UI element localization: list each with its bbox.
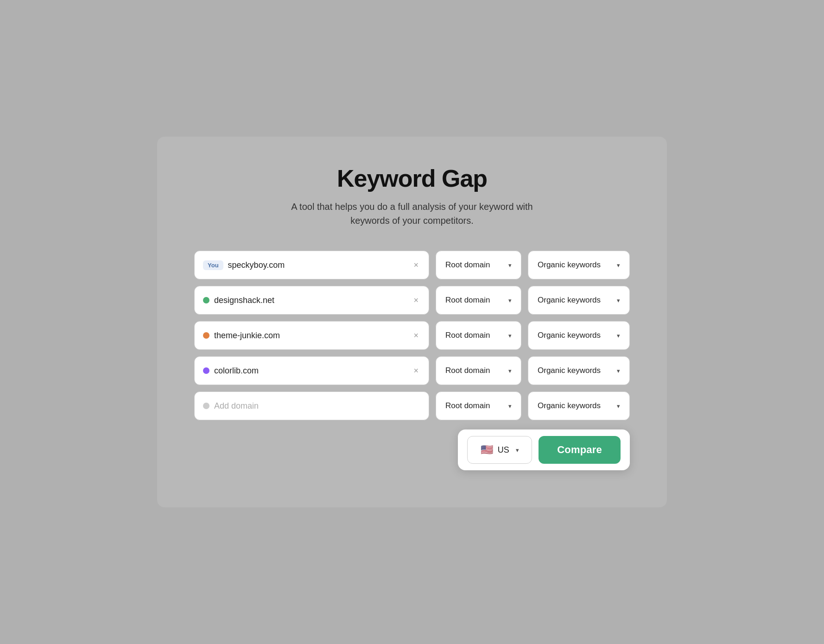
you-badge: You bbox=[203, 260, 223, 270]
country-selector[interactable]: 🇺🇸 US ▾ bbox=[467, 436, 532, 464]
page-title: Keyword Gap bbox=[194, 164, 630, 192]
domain-row-0: Youspeckyboy.com×Root domain▾Organic key… bbox=[194, 251, 630, 279]
root-domain-chevron-icon-4: ▾ bbox=[508, 403, 512, 410]
domain-rows-container: Youspeckyboy.com×Root domain▾Organic key… bbox=[194, 251, 630, 420]
root-domain-dropdown-4[interactable]: Root domain▾ bbox=[436, 391, 521, 420]
domain-input-wrapper-3: colorlib.com× bbox=[194, 356, 429, 385]
organic-keywords-label-0: Organic keywords bbox=[538, 260, 601, 270]
organic-keywords-dropdown-1[interactable]: Organic keywords▾ bbox=[528, 286, 630, 315]
page-header: Keyword Gap A tool that helps you do a f… bbox=[194, 164, 630, 227]
clear-button-1[interactable]: × bbox=[412, 296, 420, 304]
domain-input-wrapper-2: theme-junkie.com× bbox=[194, 321, 429, 350]
root-domain-chevron-icon-0: ▾ bbox=[508, 262, 512, 269]
organic-keywords-chevron-icon-3: ▾ bbox=[617, 367, 620, 374]
domain-input-wrapper-0: Youspeckyboy.com× bbox=[194, 251, 429, 279]
organic-keywords-dropdown-2[interactable]: Organic keywords▾ bbox=[528, 321, 630, 350]
root-domain-chevron-icon-1: ▾ bbox=[508, 297, 512, 304]
organic-keywords-label-1: Organic keywords bbox=[538, 296, 601, 305]
country-chevron-icon: ▾ bbox=[516, 447, 519, 454]
domain-dot-4 bbox=[203, 403, 209, 409]
root-domain-dropdown-3[interactable]: Root domain▾ bbox=[436, 356, 521, 385]
root-domain-label-0: Root domain bbox=[445, 260, 490, 270]
domain-input-wrapper-1: designshack.net× bbox=[194, 286, 429, 315]
organic-keywords-label-3: Organic keywords bbox=[538, 366, 601, 375]
domain-row-3: colorlib.com×Root domain▾Organic keyword… bbox=[194, 356, 630, 385]
domain-row-1: designshack.net×Root domain▾Organic keyw… bbox=[194, 286, 630, 315]
domain-row-2: theme-junkie.com×Root domain▾Organic key… bbox=[194, 321, 630, 350]
organic-keywords-chevron-icon-0: ▾ bbox=[617, 262, 620, 269]
root-domain-label-2: Root domain bbox=[445, 331, 490, 340]
domain-input-wrapper-4: Add domain bbox=[194, 391, 429, 420]
root-domain-dropdown-1[interactable]: Root domain▾ bbox=[436, 286, 521, 315]
root-domain-dropdown-2[interactable]: Root domain▾ bbox=[436, 321, 521, 350]
domain-dot-2 bbox=[203, 332, 209, 339]
root-domain-label-3: Root domain bbox=[445, 366, 490, 375]
clear-button-3[interactable]: × bbox=[412, 366, 420, 375]
flag-icon: 🇺🇸 bbox=[481, 444, 493, 456]
domain-text-0: speckyboy.com bbox=[228, 260, 407, 270]
page-wrapper: Keyword Gap A tool that helps you do a f… bbox=[157, 137, 667, 507]
domain-text-2: theme-junkie.com bbox=[214, 331, 407, 341]
bottom-panel: 🇺🇸 US ▾ Compare bbox=[458, 429, 630, 470]
bottom-row: 🇺🇸 US ▾ Compare bbox=[194, 429, 630, 470]
clear-button-0[interactable]: × bbox=[412, 261, 420, 269]
domain-dot-3 bbox=[203, 367, 209, 374]
root-domain-label-1: Root domain bbox=[445, 296, 490, 305]
domain-text-1: designshack.net bbox=[214, 296, 407, 305]
organic-keywords-label-4: Organic keywords bbox=[538, 401, 601, 410]
domain-text-3: colorlib.com bbox=[214, 366, 407, 376]
country-code: US bbox=[498, 445, 509, 455]
domain-dot-1 bbox=[203, 297, 209, 303]
root-domain-chevron-icon-3: ▾ bbox=[508, 367, 512, 374]
domain-row-4: Add domainRoot domain▾Organic keywords▾ bbox=[194, 391, 630, 420]
root-domain-chevron-icon-2: ▾ bbox=[508, 332, 512, 339]
root-domain-label-4: Root domain bbox=[445, 401, 490, 410]
organic-keywords-chevron-icon-1: ▾ bbox=[617, 297, 620, 304]
organic-keywords-chevron-icon-2: ▾ bbox=[617, 332, 620, 339]
organic-keywords-chevron-icon-4: ▾ bbox=[617, 403, 620, 410]
organic-keywords-label-2: Organic keywords bbox=[538, 331, 601, 340]
compare-button[interactable]: Compare bbox=[539, 436, 621, 464]
organic-keywords-dropdown-0[interactable]: Organic keywords▾ bbox=[528, 251, 630, 279]
page-subtitle: A tool that helps you do a full analysis… bbox=[273, 200, 551, 227]
root-domain-dropdown-0[interactable]: Root domain▾ bbox=[436, 251, 521, 279]
organic-keywords-dropdown-4[interactable]: Organic keywords▾ bbox=[528, 391, 630, 420]
clear-button-2[interactable]: × bbox=[412, 331, 420, 340]
domain-text-4[interactable]: Add domain bbox=[214, 401, 420, 411]
organic-keywords-dropdown-3[interactable]: Organic keywords▾ bbox=[528, 356, 630, 385]
